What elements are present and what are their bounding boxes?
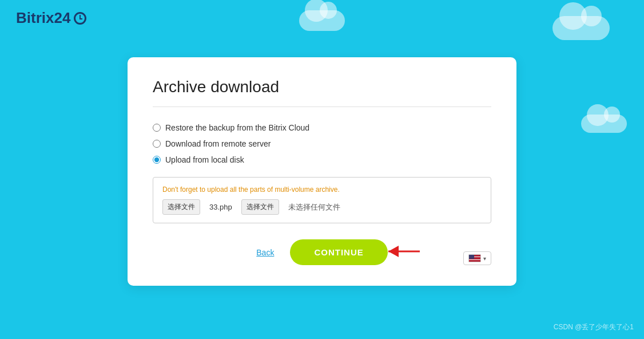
red-arrow-icon: [383, 240, 423, 263]
continue-button[interactable]: CONTINUE: [290, 239, 387, 265]
svg-marker-1: [388, 246, 399, 257]
logo-area: Bitrix24: [16, 9, 86, 27]
flag-icon: [468, 254, 481, 262]
file-choose-btn-1[interactable]: 选择文件: [162, 199, 200, 215]
file-name-1: 33.php: [209, 203, 232, 211]
cloud-decoration-top: [299, 10, 345, 31]
radio-group: Restore the backup from the Bitrix Cloud…: [153, 123, 491, 164]
file-inputs-row: 选择文件 33.php 选择文件 未选择任何文件: [162, 199, 482, 215]
chevron-down-icon: ▾: [483, 255, 486, 262]
back-button[interactable]: Back: [256, 248, 274, 257]
radio-option-2[interactable]: Download from remote server: [153, 139, 491, 148]
logo: Bitrix24: [16, 9, 86, 27]
logo-clock-icon: [74, 12, 86, 25]
logo-text: Bitrix24: [16, 9, 70, 27]
radio-input-2[interactable]: [153, 140, 161, 148]
radio-input-1[interactable]: [153, 124, 161, 132]
file-name-2: 未选择任何文件: [288, 202, 340, 212]
radio-input-3[interactable]: [153, 156, 161, 164]
file-choose-btn-2[interactable]: 选择文件: [241, 199, 279, 215]
watermark: CSDN @丢了少年失了心1: [554, 322, 634, 332]
main-card: Archive download Restore the backup from…: [128, 57, 516, 286]
upload-hint: Don't forget to upload all the parts of …: [162, 186, 482, 194]
cloud-decoration-mid-right: [581, 115, 627, 133]
radio-label-3: Upload from local disk: [165, 155, 244, 164]
card-title: Archive download: [153, 78, 491, 96]
radio-label-1: Restore the backup from the Bitrix Cloud: [165, 123, 309, 132]
cloud-decoration-top-right: [552, 16, 610, 40]
radio-option-1[interactable]: Restore the backup from the Bitrix Cloud: [153, 123, 491, 132]
card-divider: [153, 107, 491, 107]
radio-option-3[interactable]: Upload from local disk: [153, 155, 491, 164]
radio-label-2: Download from remote server: [165, 139, 271, 148]
language-selector[interactable]: ▾: [463, 251, 491, 265]
arrow-indicator: [383, 240, 423, 265]
card-footer: Back CONTINUE: [153, 239, 491, 265]
upload-area: Don't forget to upload all the parts of …: [153, 177, 491, 223]
